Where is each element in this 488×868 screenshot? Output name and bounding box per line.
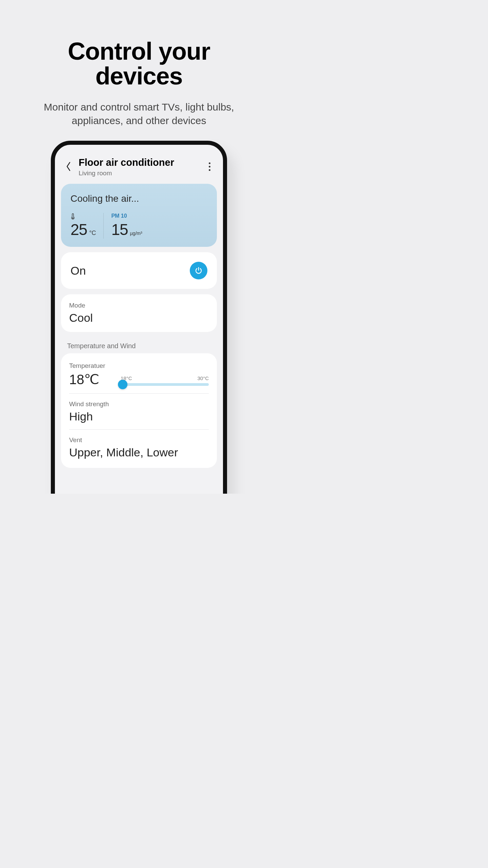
hero-subtitle-line2: appliances, and other devices xyxy=(72,115,206,126)
vent-value: Upper, Middle, Lower xyxy=(69,446,209,459)
thermometer-icon xyxy=(70,213,75,220)
more-menu-button[interactable] xyxy=(205,159,214,174)
hero-subtitle: Monitor and control smart TVs, light bul… xyxy=(0,100,278,128)
phone-frame: Floor air conditioner Living room Coolin… xyxy=(51,141,227,494)
phone-screen: Floor air conditioner Living room Coolin… xyxy=(55,145,223,494)
status-text: Cooling the air... xyxy=(69,193,209,204)
wind-label: Wind strength xyxy=(69,400,209,408)
status-card: Cooling the air... 25 °C xyxy=(61,184,217,247)
device-room: Living room xyxy=(79,170,199,177)
power-state: On xyxy=(70,264,86,277)
section-title-temp-wind: Temperature and Wind xyxy=(61,337,217,353)
hero-title-line2: devices xyxy=(95,62,182,90)
hero-title-line1: Control your xyxy=(68,38,210,65)
pm-label: PM 10 xyxy=(111,213,142,220)
temp-value: 25 xyxy=(70,220,87,239)
temp-unit: °C xyxy=(89,230,96,237)
wind-row[interactable]: Wind strength High xyxy=(69,400,209,429)
temperature-label: Temperatuer xyxy=(69,362,105,370)
divider xyxy=(69,393,209,394)
marketing-page: Control your devices Monitor and control… xyxy=(0,0,278,494)
temperature-slider[interactable]: 18°C 30°C xyxy=(121,375,209,387)
slider-track xyxy=(121,383,209,386)
power-toggle-button[interactable] xyxy=(190,262,207,279)
temperature-row: Temperatuer 18℃ 18°C 30°C xyxy=(69,361,209,393)
vent-row[interactable]: Vent Upper, Middle, Lower xyxy=(69,436,209,460)
divider xyxy=(69,429,209,430)
dots-icon xyxy=(209,162,210,164)
hero-title: Control your devices xyxy=(0,0,278,89)
svg-point-0 xyxy=(72,217,74,219)
power-card: On xyxy=(61,252,217,289)
pm-unit: µg/m³ xyxy=(130,231,142,236)
pm-metric: PM 10 15 µg/m³ xyxy=(103,213,143,239)
back-button[interactable] xyxy=(64,159,73,174)
slider-thumb[interactable] xyxy=(118,380,127,389)
chevron-left-icon xyxy=(66,162,71,171)
device-header: Floor air conditioner Living room xyxy=(61,157,217,184)
wind-value: High xyxy=(69,410,209,423)
power-icon xyxy=(195,267,203,275)
mode-value: Cool xyxy=(69,311,209,324)
mode-label: Mode xyxy=(69,302,209,309)
vent-label: Vent xyxy=(69,436,209,444)
hero-subtitle-line1: Monitor and control smart TVs, light bul… xyxy=(44,101,234,113)
temperature-metric: 25 °C xyxy=(69,213,97,239)
temperature-value: 18℃ xyxy=(69,372,105,387)
mode-card[interactable]: Mode Cool xyxy=(61,294,217,332)
slider-max-label: 30°C xyxy=(197,375,209,381)
pm-value: 15 xyxy=(111,220,128,239)
temp-wind-card: Temperatuer 18℃ 18°C 30°C xyxy=(61,353,217,468)
device-title: Floor air conditioner xyxy=(79,157,199,168)
